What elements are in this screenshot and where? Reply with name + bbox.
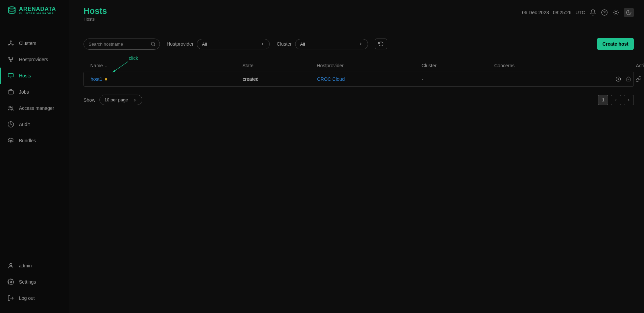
- sidebar-item-label: Access manager: [19, 105, 54, 111]
- header-date: 06 Dec 2023: [522, 10, 549, 15]
- sidebar-item-label: Hosts: [19, 73, 31, 78]
- clusters-icon: [7, 40, 14, 47]
- table-header: Name ↓ State Hostprovider Cluster Concer…: [84, 59, 634, 72]
- host-name-link[interactable]: host1: [91, 76, 102, 82]
- hostproviders-icon: [7, 56, 14, 63]
- sidebar-item-label: Bundles: [19, 138, 36, 143]
- svg-point-2: [8, 44, 9, 45]
- sort-down-icon: ↓: [105, 63, 107, 68]
- show-label: Show: [84, 97, 95, 103]
- svg-point-4: [8, 57, 9, 58]
- sidebar-item-bundles[interactable]: Bundles: [0, 133, 70, 149]
- hostprovider-link[interactable]: CROC Cloud: [317, 76, 345, 82]
- nav: Clusters Hostproviders Hosts Jobs Access…: [0, 35, 70, 149]
- column-actions: Actions: [597, 63, 644, 68]
- sun-icon[interactable]: [612, 9, 620, 16]
- search-box: [84, 39, 160, 50]
- svg-point-10: [11, 107, 13, 108]
- svg-point-15: [615, 11, 617, 14]
- page-title: Hosts: [84, 6, 107, 16]
- breadcrumb[interactable]: Hosts: [84, 17, 107, 22]
- cluster-select[interactable]: All: [295, 39, 368, 49]
- topbar: Hosts Hosts 06 Dec 2023 08:25:26 UTC: [70, 0, 644, 27]
- column-name[interactable]: Name ↓: [90, 63, 242, 68]
- svg-rect-7: [8, 73, 14, 77]
- access-manager-icon: [7, 105, 14, 112]
- sidebar-item-label: Jobs: [19, 89, 29, 95]
- select-value: All: [300, 42, 305, 47]
- column-hostprovider[interactable]: Hostprovider: [317, 63, 422, 68]
- upgrade-icon: [625, 76, 631, 82]
- pagination: 1: [598, 95, 634, 105]
- sidebar-footer: admin Settings Log out: [0, 258, 70, 313]
- sidebar-item-audit[interactable]: Audit: [0, 116, 70, 133]
- chevron-right-icon: [358, 42, 363, 46]
- sidebar-item-user[interactable]: admin: [0, 258, 70, 274]
- sidebar-item-label: Audit: [19, 122, 30, 127]
- svg-point-0: [8, 7, 15, 9]
- svg-point-12: [10, 263, 12, 266]
- page-next[interactable]: [624, 95, 634, 105]
- svg-point-6: [10, 61, 11, 62]
- toolbar: Hostprovider All Cluster All Create host: [84, 38, 634, 50]
- column-label: Name: [90, 63, 103, 68]
- brand: ARENADATA CLUSTER MANAGER: [0, 0, 70, 18]
- sidebar-item-label: Log out: [19, 295, 35, 301]
- jobs-icon: [7, 89, 14, 95]
- logout-icon: [7, 295, 14, 302]
- moon-icon[interactable]: [624, 8, 634, 17]
- sidebar-item-label: Hostproviders: [19, 57, 48, 62]
- svg-point-14: [602, 10, 607, 16]
- table-footer: Show 10 per page 1: [84, 95, 634, 105]
- filter-cluster: Cluster All: [277, 39, 368, 49]
- sidebar: ARENADATA CLUSTER MANAGER Clusters Hostp…: [0, 0, 70, 313]
- hostprovider-select[interactable]: All: [197, 39, 270, 49]
- svg-point-9: [9, 106, 10, 108]
- search-input[interactable]: [84, 39, 160, 50]
- chevron-right-icon: [260, 42, 265, 46]
- column-concerns[interactable]: Concerns: [494, 63, 597, 68]
- select-value: All: [202, 42, 207, 47]
- status-dot-icon: [105, 78, 107, 80]
- sidebar-item-settings[interactable]: Settings: [0, 274, 70, 290]
- sidebar-item-hosts[interactable]: Hosts: [0, 68, 70, 84]
- gear-icon: [7, 279, 14, 285]
- svg-point-1: [10, 41, 11, 42]
- help-icon[interactable]: [601, 9, 608, 16]
- svg-point-5: [12, 57, 13, 58]
- page-prev[interactable]: [611, 95, 621, 105]
- logo-icon: [7, 6, 16, 15]
- sidebar-item-clusters[interactable]: Clusters: [0, 35, 70, 51]
- sidebar-item-hostproviders[interactable]: Hostproviders: [0, 51, 70, 68]
- filter-hostprovider: Hostprovider All: [167, 39, 270, 49]
- chevron-right-icon: [133, 98, 137, 102]
- sidebar-item-label: Clusters: [19, 41, 36, 46]
- per-page-select[interactable]: 10 per page: [99, 95, 142, 105]
- bell-icon[interactable]: [589, 9, 597, 16]
- link-cluster-icon[interactable]: [636, 76, 642, 82]
- brand-title: ARENADATA: [19, 6, 56, 12]
- bundles-icon: [7, 137, 14, 144]
- column-state[interactable]: State: [242, 63, 317, 68]
- run-action-icon[interactable]: [615, 76, 621, 82]
- svg-rect-8: [8, 91, 14, 94]
- header-time: 08:25:26: [553, 10, 572, 15]
- search-icon[interactable]: [150, 41, 156, 47]
- user-icon: [7, 262, 14, 269]
- column-cluster[interactable]: Cluster: [422, 63, 494, 68]
- sidebar-item-access-manager[interactable]: Access manager: [0, 100, 70, 116]
- hosts-icon: [7, 72, 14, 79]
- refresh-button[interactable]: [375, 39, 387, 49]
- sidebar-item-logout[interactable]: Log out: [0, 290, 70, 306]
- cell-cluster: -: [422, 76, 495, 82]
- create-host-button[interactable]: Create host: [597, 38, 634, 50]
- hosts-table: click Name ↓ State Hostprovider Cluster …: [84, 59, 634, 87]
- svg-point-13: [10, 281, 12, 283]
- sidebar-item-label: admin: [19, 263, 32, 268]
- page-current[interactable]: 1: [598, 95, 608, 105]
- svg-marker-20: [618, 78, 620, 80]
- sidebar-item-jobs[interactable]: Jobs: [0, 84, 70, 100]
- main: Hostprovider All Cluster All Create host: [70, 30, 644, 313]
- sidebar-item-label: Settings: [19, 279, 36, 285]
- per-page-value: 10 per page: [104, 97, 128, 102]
